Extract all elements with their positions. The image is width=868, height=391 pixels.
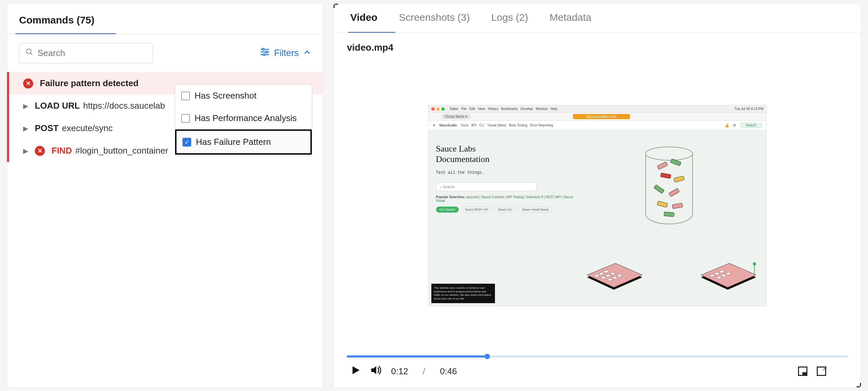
window-traffic-lights-icon [431,107,445,111]
svg-point-31 [753,262,756,266]
keyboard-icon [584,262,644,292]
caret-icon: ▶ [23,147,28,155]
error-icon: ✕ [23,79,33,88]
command-arg: https://docs.saucelab [83,101,165,111]
open-external-icon[interactable] [817,366,826,376]
video-right-icons [798,366,845,376]
video-url-pill: docs.saucelabs.com [573,114,630,119]
tabs: Video Screenshots (3) Logs (2) Metadata [334,4,861,33]
svg-point-3 [262,48,264,50]
svg-point-8 [646,147,692,160]
svg-marker-39 [352,366,360,374]
video-illustration [584,130,766,306]
video-total-time: 0:46 [440,366,457,376]
video-subheading: Test all the things. [436,170,577,175]
video-progress-track[interactable] [347,356,847,358]
filters-icon [260,48,270,58]
video-panel: Video Screenshots (3) Logs (2) Metadata … [333,3,861,388]
video-time-separator: / [418,366,430,376]
svg-rect-16 [672,203,683,208]
error-icon: ✕ [35,146,45,156]
filters-dropdown: Has Screenshot Has Performance Analysis … [175,84,312,155]
svg-point-5 [266,51,268,53]
video-left-col: Sauce Labs Documentation Test all the th… [429,130,584,306]
video-filename: video.mp4 [334,33,861,56]
video-popular: Popular Searches: saucectl | Sauce Conne… [436,195,577,202]
tab-underline [348,32,395,33]
command-name: POST [35,123,59,134]
video-pill-green: Get Started [436,206,459,213]
search-icon [26,48,33,58]
commands-panel: Commands (75) Filters ✕ [7,3,323,388]
filter-option-label: Has Failure Pattern [196,137,271,147]
svg-rect-12 [674,176,684,182]
commands-title: Commands (75) [19,15,94,26]
video-heading-1: Sauce Labs [436,143,577,154]
checkbox-unchecked-icon[interactable] [181,91,190,100]
search-box[interactable] [19,43,153,63]
video-cookie-banner: This website uses cookies to enhance use… [431,284,495,303]
video-frame-wrap: Safari File Edit View History Bookmarks … [347,56,847,356]
svg-rect-13 [654,185,664,194]
video-brand: SauceLabs [439,123,457,127]
video-popular-label: Popular Searches: [436,195,465,199]
jar-icon [637,140,701,231]
video-controls: 0:12 / 0:46 [347,358,847,387]
video-progress-fill [347,356,485,358]
tab-video[interactable]: Video [350,12,377,32]
svg-marker-30 [701,263,756,287]
tab-screenshots[interactable]: Screenshots (3) [399,12,470,32]
tab-logs[interactable]: Logs (2) [491,12,528,32]
command-arg: execute/sync [62,123,113,134]
filters-button[interactable]: Filters [260,48,311,58]
video-tab-label: Group Name ▾ [442,114,470,119]
search-input[interactable] [37,48,147,58]
video-menubar: Safari File Edit View History Bookmarks … [429,105,766,113]
commands-tab-underline [16,33,116,34]
video-site-nav: ✦ SauceLabs Docs API CLI Visual (New) Be… [429,121,766,130]
command-name: FIND [52,145,72,156]
svg-rect-14 [669,188,679,196]
checkbox-unchecked-icon[interactable] [181,114,190,123]
play-icon[interactable] [351,365,360,377]
filter-option-label: Has Screenshot [194,90,256,101]
video-nav-items: Docs API CLI Visual (New) Beta Testing E… [461,123,553,127]
search-row: Filters [7,34,323,72]
video-pill: Sauce REST API [461,206,492,213]
picture-in-picture-icon[interactable] [798,366,807,376]
video-nav-search: Search [740,123,762,128]
commands-header: Commands (75) [7,4,323,34]
fullscreen-icon[interactable] [836,366,845,376]
svg-rect-11 [660,173,671,178]
keyboard-icon [699,262,760,292]
svg-rect-15 [657,201,668,207]
svg-marker-40 [371,366,376,374]
filter-option-has-screenshot[interactable]: Has Screenshot [175,84,312,107]
tab-metadata[interactable]: Metadata [550,12,591,32]
video-area: Safari File Edit View History Bookmarks … [334,56,861,387]
filter-option-has-failure-pattern[interactable]: ✓ Has Failure Pattern [175,130,312,155]
svg-rect-9 [657,162,668,170]
video-pills: Get Started Sauce REST API Sauce CLI Sau… [436,206,577,213]
svg-line-1 [30,53,32,55]
video-clock: Tue Jul 30 4:13 PM [734,107,763,111]
svg-point-7 [263,54,265,56]
filter-option-has-performance[interactable]: Has Performance Analysis [175,107,312,130]
command-name: LOAD URL [35,101,80,111]
video-frame[interactable]: Safari File Edit View History Bookmarks … [428,105,767,306]
video-current-time: 0:12 [391,366,408,376]
volume-icon[interactable] [370,365,381,378]
caret-icon: ▶ [23,102,28,110]
filter-option-label: Has Performance Analysis [194,113,297,123]
video-body: Sauce Labs Documentation Test all the th… [429,130,766,306]
command-arg: #login_button_container [75,145,168,156]
video-progress-knob[interactable] [485,354,490,359]
svg-point-0 [27,49,31,54]
chevron-up-icon [303,48,311,58]
checkbox-checked-icon[interactable]: ✓ [183,138,191,146]
video-heading-2: Documentation [436,154,577,164]
failure-banner-text: Failure pattern detected [40,78,138,88]
svg-rect-17 [664,212,675,217]
video-pill: Sauce Visual (New) [518,206,552,213]
video-pill: Sauce CLI [494,206,516,213]
